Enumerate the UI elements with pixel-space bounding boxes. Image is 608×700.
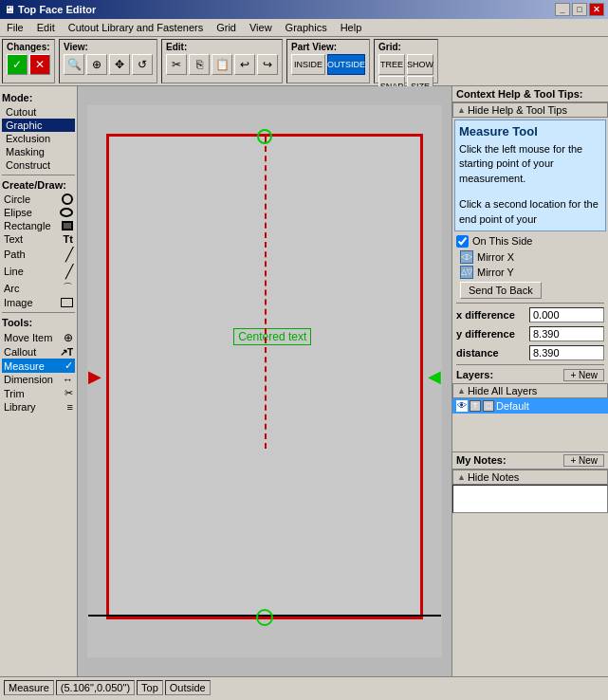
mode-masking[interactable]: Masking (2, 145, 75, 158)
tree-btn[interactable]: TREE (378, 54, 405, 75)
toolbar: Changes: ✓ ✕ View: 🔍 ⊕ ✥ ↺ Edit: ✂ ⎘ 📋 ↩… (0, 37, 608, 86)
mode-header: Mode: (2, 92, 75, 103)
menu-cutout-library[interactable]: Cutout Library and Fasteners (65, 21, 206, 34)
menu-help[interactable]: Help (338, 21, 365, 34)
refresh-btn[interactable]: ↺ (132, 54, 153, 75)
tool-path[interactable]: Path ╱ (2, 246, 75, 263)
title-bar-left: 🖥 Top Face Editor (4, 4, 96, 15)
copy-btn[interactable]: ⎘ (189, 54, 210, 75)
cut-btn[interactable]: ✂ (166, 54, 187, 75)
mirror-x-icon: ◁▷ (460, 250, 473, 264)
layers-label: Layers: (456, 369, 493, 380)
tool-text[interactable]: Text Tt (2, 232, 75, 246)
canvas-area[interactable]: Centered text ▶ ◀ (78, 86, 451, 676)
mode-exclusion[interactable]: Exclusion (2, 132, 75, 145)
new-layer-button[interactable]: + New (563, 369, 604, 381)
menu-edit[interactable]: Edit (34, 21, 58, 34)
redo-btn[interactable]: ↪ (257, 54, 278, 75)
library-icon: ≡ (67, 401, 73, 413)
tool-line[interactable]: Line ╱ (2, 263, 75, 280)
mode-graphic[interactable]: Graphic (2, 119, 75, 132)
default-layer-label: Default (496, 400, 529, 412)
dimension-icon: ↔ (63, 374, 73, 385)
toolbar-edit: Edit: ✂ ⎘ 📋 ↩ ↪ (161, 39, 283, 83)
hide-help-toggle[interactable]: ▲ Hide Help & Tool Tips (452, 102, 608, 118)
app-icon: 🖥 (4, 4, 14, 15)
tool-move-item[interactable]: Move Item ⊕ (2, 330, 75, 345)
show-btn[interactable]: SHOW (407, 54, 433, 75)
minimize-button[interactable]: _ (555, 3, 570, 16)
zoom-btn[interactable]: 🔍 (64, 54, 84, 75)
toolbar-part-view: Part View: INSIDE OUTSIDE (286, 39, 370, 83)
undo-btn[interactable]: ↩ (234, 54, 255, 75)
right-panel-scroll: ▲ Hide Help & Tool Tips Measure Tool Cli… (452, 102, 608, 676)
tool-image[interactable]: Image (2, 296, 75, 309)
grid-label: Grid: (378, 42, 433, 52)
create-draw-header: Create/Draw: (2, 179, 75, 191)
new-note-button[interactable]: + New (563, 454, 604, 467)
help-text-1: Click the left mouse for the starting po… (459, 142, 601, 186)
handle-bottom[interactable] (256, 609, 273, 626)
zoom-in-btn[interactable]: ⊕ (86, 54, 107, 75)
my-notes-label: My Notes: (456, 454, 507, 466)
mirror-x-label: Mirror X (477, 251, 514, 263)
tools-header: Tools: (2, 317, 75, 328)
pan-btn[interactable]: ✥ (109, 54, 130, 75)
mode-cutout[interactable]: Cutout (2, 105, 75, 119)
title-bar-buttons[interactable]: _ □ ✕ (555, 3, 604, 16)
tool-circle[interactable]: Circle (2, 193, 75, 206)
inside-btn[interactable]: INSIDE (291, 54, 325, 75)
left-panel: Mode: Cutout Graphic Exclusion Masking C… (0, 86, 78, 676)
layers-header: Layers: + New (452, 367, 608, 383)
tool-elipse[interactable]: Elipse (2, 206, 75, 219)
tool-measure[interactable]: Measure ✓ (2, 359, 75, 373)
tool-arc[interactable]: Arc ⌒ (2, 280, 75, 296)
inside-label: INSIDE (294, 60, 322, 69)
menu-file[interactable]: File (4, 21, 27, 34)
handle-top[interactable] (257, 129, 272, 144)
edit-label: Edit: (166, 42, 278, 52)
hide-all-layers-toggle[interactable]: ▲ Hide All Layers (452, 383, 608, 398)
layer-icon-2: ◻ (483, 400, 494, 412)
changes-label: Changes: (7, 42, 50, 52)
notes-textarea[interactable] (452, 485, 608, 513)
layer-visibility-icon[interactable]: 👁 (456, 400, 468, 412)
x-difference-label: x difference (456, 309, 527, 321)
layers-spacer (452, 414, 608, 451)
hide-help-arrow: ▲ (457, 105, 466, 115)
arc-label: Arc (4, 283, 20, 294)
distance-value: 8.390 (529, 345, 604, 360)
tool-rectangle[interactable]: Rectangle (2, 219, 75, 232)
trim-label: Trim (4, 388, 25, 399)
tool-callout[interactable]: Callout ↗T (2, 345, 75, 359)
mode-construct[interactable]: Construct (2, 158, 75, 172)
cancel-button[interactable]: ✕ (29, 54, 50, 75)
send-to-back-button[interactable]: Send To Back (460, 282, 542, 299)
tool-dimension[interactable]: Dimension ↔ (2, 373, 75, 386)
mirror-y-icon: △▽ (460, 266, 473, 279)
y-difference-value: 8.390 (529, 326, 604, 341)
close-button[interactable]: ✕ (589, 3, 604, 16)
measure-line-vertical (265, 137, 267, 449)
line-icon: ╱ (65, 264, 73, 279)
hide-notes-toggle[interactable]: ▲ Hide Notes (452, 470, 608, 485)
maximize-button[interactable]: □ (572, 3, 587, 16)
outside-btn[interactable]: OUTSIDE (327, 54, 365, 75)
distance-row: distance 8.390 (452, 343, 608, 362)
paste-btn[interactable]: 📋 (212, 54, 232, 75)
menu-grid[interactable]: Grid (213, 21, 239, 34)
y-difference-label: y difference (456, 328, 527, 340)
mirror-x-row: ◁▷ Mirror X (452, 249, 608, 265)
divider-fields (456, 303, 604, 304)
tool-library[interactable]: Library ≡ (2, 400, 75, 414)
help-panel: Measure Tool Click the left mouse for th… (454, 120, 606, 231)
arrow-right: ◀ (428, 368, 441, 385)
context-help-header: Context Help & Tool Tips: (452, 86, 608, 102)
accept-button[interactable]: ✓ (7, 54, 28, 75)
tool-trim[interactable]: Trim ✂ (2, 386, 75, 400)
default-layer-row[interactable]: 👁 T ◻ Default (452, 398, 608, 414)
menu-graphics[interactable]: Graphics (283, 21, 330, 34)
menu-view[interactable]: View (247, 21, 275, 34)
divider-2 (2, 312, 75, 313)
on-this-side-checkbox[interactable] (456, 235, 469, 248)
